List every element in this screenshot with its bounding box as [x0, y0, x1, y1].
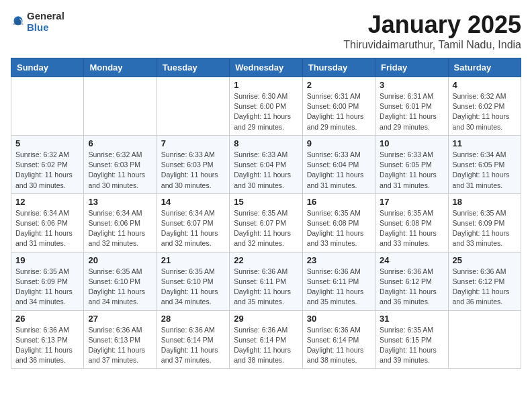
calendar-cell: 25Sunrise: 6:36 AMSunset: 6:12 PMDayligh…	[448, 252, 521, 310]
day-info: Sunrise: 6:36 AMSunset: 6:13 PMDaylight:…	[88, 325, 152, 366]
week-row-5: 26Sunrise: 6:36 AMSunset: 6:13 PMDayligh…	[11, 310, 521, 369]
calendar-cell: 14Sunrise: 6:34 AMSunset: 6:07 PMDayligh…	[157, 193, 229, 252]
calendar-cell: 5Sunrise: 6:32 AMSunset: 6:02 PMDaylight…	[11, 135, 84, 193]
day-info: Sunrise: 6:31 AMSunset: 6:01 PMDaylight:…	[380, 91, 443, 132]
day-number: 18	[453, 197, 517, 207]
weekday-header-tuesday: Tuesday	[157, 58, 229, 77]
day-info: Sunrise: 6:33 AMSunset: 6:03 PMDaylight:…	[161, 150, 225, 191]
day-info: Sunrise: 6:35 AMSunset: 6:09 PMDaylight:…	[15, 267, 79, 308]
day-info: Sunrise: 6:33 AMSunset: 6:05 PMDaylight:…	[380, 150, 443, 191]
day-info: Sunrise: 6:33 AMSunset: 6:04 PMDaylight:…	[307, 150, 371, 191]
day-info: Sunrise: 6:33 AMSunset: 6:04 PMDaylight:…	[234, 150, 298, 191]
day-info: Sunrise: 6:36 AMSunset: 6:12 PMDaylight:…	[380, 267, 443, 308]
day-info: Sunrise: 6:36 AMSunset: 6:11 PMDaylight:…	[234, 267, 298, 308]
calendar-cell: 16Sunrise: 6:35 AMSunset: 6:08 PMDayligh…	[302, 193, 375, 252]
weekday-header-sunday: Sunday	[11, 58, 84, 77]
calendar-cell: 22Sunrise: 6:36 AMSunset: 6:11 PMDayligh…	[230, 252, 302, 310]
calendar-cell: 18Sunrise: 6:35 AMSunset: 6:09 PMDayligh…	[448, 193, 521, 252]
calendar-cell: 15Sunrise: 6:35 AMSunset: 6:07 PMDayligh…	[230, 193, 302, 252]
day-number: 25	[453, 255, 517, 265]
day-info: Sunrise: 6:32 AMSunset: 6:02 PMDaylight:…	[453, 91, 517, 132]
calendar-cell	[157, 77, 229, 136]
day-info: Sunrise: 6:35 AMSunset: 6:08 PMDaylight:…	[307, 208, 371, 249]
day-number: 24	[380, 255, 443, 265]
calendar-cell	[448, 310, 521, 369]
weekday-header-monday: Monday	[84, 58, 157, 77]
weekday-header-friday: Friday	[375, 58, 448, 77]
day-number: 2	[307, 80, 371, 90]
day-info: Sunrise: 6:35 AMSunset: 6:09 PMDaylight:…	[453, 208, 517, 249]
day-number: 30	[307, 314, 371, 324]
day-number: 8	[234, 138, 298, 148]
week-row-2: 5Sunrise: 6:32 AMSunset: 6:02 PMDaylight…	[11, 135, 521, 193]
logo-general: General	[27, 11, 64, 22]
calendar-cell: 23Sunrise: 6:36 AMSunset: 6:11 PMDayligh…	[302, 252, 375, 310]
calendar-title: January 2025	[343, 11, 521, 39]
header-row: SundayMondayTuesdayWednesdayThursdayFrid…	[11, 58, 521, 77]
calendar-cell: 8Sunrise: 6:33 AMSunset: 6:04 PMDaylight…	[230, 135, 302, 193]
day-info: Sunrise: 6:36 AMSunset: 6:13 PMDaylight:…	[15, 325, 79, 366]
day-info: Sunrise: 6:35 AMSunset: 6:08 PMDaylight:…	[380, 208, 443, 249]
calendar-cell: 31Sunrise: 6:35 AMSunset: 6:15 PMDayligh…	[375, 310, 448, 369]
day-info: Sunrise: 6:35 AMSunset: 6:10 PMDaylight:…	[161, 267, 225, 308]
day-number: 3	[380, 80, 443, 90]
weekday-header-saturday: Saturday	[448, 58, 521, 77]
calendar-cell: 17Sunrise: 6:35 AMSunset: 6:08 PMDayligh…	[375, 193, 448, 252]
calendar-cell: 6Sunrise: 6:32 AMSunset: 6:03 PMDaylight…	[84, 135, 157, 193]
day-number: 5	[15, 138, 79, 148]
title-area: January 2025 Thiruvidaimaruthur, Tamil N…	[343, 11, 521, 51]
calendar-cell: 30Sunrise: 6:36 AMSunset: 6:14 PMDayligh…	[302, 310, 375, 369]
day-info: Sunrise: 6:35 AMSunset: 6:10 PMDaylight:…	[88, 267, 152, 308]
day-number: 11	[453, 138, 517, 148]
week-row-4: 19Sunrise: 6:35 AMSunset: 6:09 PMDayligh…	[11, 252, 521, 310]
day-number: 19	[15, 255, 79, 265]
day-number: 23	[307, 255, 371, 265]
day-info: Sunrise: 6:36 AMSunset: 6:11 PMDaylight:…	[307, 267, 371, 308]
calendar-cell: 21Sunrise: 6:35 AMSunset: 6:10 PMDayligh…	[157, 252, 229, 310]
header: General Blue January 2025 Thiruvidaimaru…	[11, 11, 521, 51]
day-number: 15	[234, 197, 298, 207]
day-number: 10	[380, 138, 443, 148]
logo-blue: Blue	[27, 22, 64, 34]
day-number: 20	[88, 255, 152, 265]
calendar-cell	[84, 77, 157, 136]
calendar-cell: 2Sunrise: 6:31 AMSunset: 6:00 PMDaylight…	[302, 77, 375, 136]
calendar-cell: 10Sunrise: 6:33 AMSunset: 6:05 PMDayligh…	[375, 135, 448, 193]
day-info: Sunrise: 6:36 AMSunset: 6:14 PMDaylight:…	[234, 325, 298, 366]
calendar-table: SundayMondayTuesdayWednesdayThursdayFrid…	[11, 58, 521, 369]
calendar-cell: 4Sunrise: 6:32 AMSunset: 6:02 PMDaylight…	[448, 77, 521, 136]
calendar-cell: 11Sunrise: 6:34 AMSunset: 6:05 PMDayligh…	[448, 135, 521, 193]
calendar-subtitle: Thiruvidaimaruthur, Tamil Nadu, India	[343, 39, 521, 51]
day-info: Sunrise: 6:36 AMSunset: 6:14 PMDaylight:…	[307, 325, 371, 366]
calendar-cell: 29Sunrise: 6:36 AMSunset: 6:14 PMDayligh…	[230, 310, 302, 369]
calendar-cell: 7Sunrise: 6:33 AMSunset: 6:03 PMDaylight…	[157, 135, 229, 193]
calendar-cell: 24Sunrise: 6:36 AMSunset: 6:12 PMDayligh…	[375, 252, 448, 310]
day-number: 6	[88, 138, 152, 148]
day-number: 22	[234, 255, 298, 265]
day-number: 12	[15, 197, 79, 207]
calendar-cell: 1Sunrise: 6:30 AMSunset: 6:00 PMDaylight…	[230, 77, 302, 136]
calendar-cell: 28Sunrise: 6:36 AMSunset: 6:14 PMDayligh…	[157, 310, 229, 369]
weekday-header-wednesday: Wednesday	[230, 58, 302, 77]
day-info: Sunrise: 6:34 AMSunset: 6:06 PMDaylight:…	[15, 208, 79, 249]
logo-icon	[11, 15, 26, 30]
day-info: Sunrise: 6:36 AMSunset: 6:14 PMDaylight:…	[161, 325, 225, 366]
day-number: 28	[161, 314, 225, 324]
calendar-cell: 9Sunrise: 6:33 AMSunset: 6:04 PMDaylight…	[302, 135, 375, 193]
day-info: Sunrise: 6:32 AMSunset: 6:02 PMDaylight:…	[15, 150, 79, 191]
day-info: Sunrise: 6:32 AMSunset: 6:03 PMDaylight:…	[88, 150, 152, 191]
weekday-header-thursday: Thursday	[302, 58, 375, 77]
day-number: 14	[161, 197, 225, 207]
day-number: 29	[234, 314, 298, 324]
day-number: 1	[234, 80, 298, 90]
calendar-cell: 26Sunrise: 6:36 AMSunset: 6:13 PMDayligh…	[11, 310, 84, 369]
logo: General Blue	[11, 11, 64, 33]
calendar-cell: 27Sunrise: 6:36 AMSunset: 6:13 PMDayligh…	[84, 310, 157, 369]
day-info: Sunrise: 6:30 AMSunset: 6:00 PMDaylight:…	[234, 91, 298, 132]
day-number: 4	[453, 80, 517, 90]
day-number: 17	[380, 197, 443, 207]
day-info: Sunrise: 6:31 AMSunset: 6:00 PMDaylight:…	[307, 91, 371, 132]
day-number: 7	[161, 138, 225, 148]
calendar-cell: 12Sunrise: 6:34 AMSunset: 6:06 PMDayligh…	[11, 193, 84, 252]
week-row-1: 1Sunrise: 6:30 AMSunset: 6:00 PMDaylight…	[11, 77, 521, 136]
